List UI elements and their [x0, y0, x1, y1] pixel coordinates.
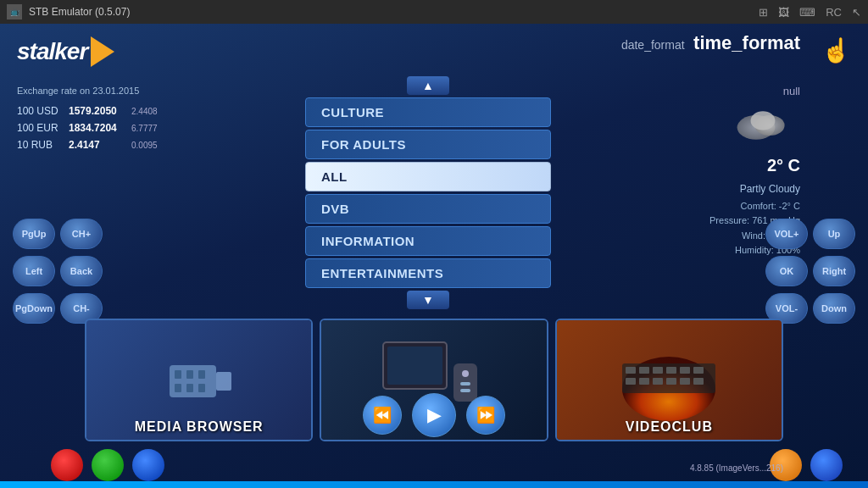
- date-format-label: date_format: [621, 38, 685, 52]
- svg-rect-29: [680, 378, 690, 385]
- usb-icon: [161, 348, 237, 412]
- weather-cloud-icon: [732, 101, 800, 143]
- forward-button[interactable]: ⏩: [466, 396, 505, 435]
- vol-plus-button[interactable]: VOL+: [765, 219, 808, 249]
- cursor-icon: ↖: [852, 6, 861, 19]
- exchange-row-usd: 100 USD 1579.2050 2.4408: [17, 103, 158, 119]
- ch-plus-button[interactable]: CH+: [60, 219, 103, 249]
- svg-rect-21: [653, 367, 663, 374]
- ok-button[interactable]: OK: [765, 256, 808, 286]
- version-text: 4.8.85 (ImageVers...216): [690, 463, 783, 473]
- logo-text: stalker: [17, 38, 87, 65]
- titlebar: 📺 STB Emulator (0.5.07) ⊞ 🖼 ⌨ RC ↖: [0, 0, 868, 24]
- keyboard-icon[interactable]: ⌨: [799, 6, 815, 19]
- down-button[interactable]: Down: [813, 293, 855, 324]
- nav-left: PgUp CH+ Left Back PgDown CH-: [13, 219, 103, 324]
- datetime-display: date_format time_format: [621, 32, 800, 54]
- svg-rect-24: [693, 367, 704, 374]
- channel-item-culture[interactable]: CULTURE: [305, 97, 551, 127]
- nav-left-row2: Left Back: [13, 256, 103, 286]
- thumbnail-media-browser-label: MEDIA BROWSER: [86, 419, 311, 435]
- exchange-curr-eur: 100 EUR: [17, 119, 64, 136]
- weather-comfort: Comfort: -2° C: [631, 199, 800, 214]
- exchange-val-usd: 1579.2050: [69, 103, 126, 119]
- weather-description: Partly Cloudy: [631, 180, 800, 199]
- channel-down-button[interactable]: ▼: [407, 291, 449, 309]
- time-format-label: time_format: [693, 32, 800, 53]
- nav-left-row1: PgUp CH+: [13, 219, 103, 249]
- svg-rect-22: [666, 367, 676, 374]
- channel-item-foradults[interactable]: FOR ADULTS: [305, 130, 551, 159]
- thumbnail-videoclub-label: VIDEOCLUB: [557, 419, 782, 435]
- svg-point-14: [462, 370, 469, 377]
- svg-rect-9: [186, 384, 193, 392]
- exchange-curr-usd: 100 USD: [17, 103, 64, 119]
- main-content: stalker date_format time_format ☝ Exchan…: [0, 24, 868, 488]
- channel-item-information[interactable]: INFORMATION: [305, 226, 551, 256]
- svg-rect-10: [198, 384, 205, 392]
- playback-controls: ⏪ ▶ ⏩: [322, 393, 546, 437]
- svg-point-2: [751, 112, 776, 130]
- exchange-row-rub: 10 RUB 2.4147 0.0095: [17, 136, 158, 153]
- exchange-val-rub: 2.4147: [69, 136, 126, 153]
- exchange-rates: Exchange rate on 23.01.2015 100 USD 1579…: [17, 83, 158, 154]
- color-buttons: [51, 449, 164, 481]
- nav-right-row1: VOL+ Up: [765, 219, 855, 249]
- blue-button[interactable]: [132, 449, 164, 481]
- channel-up-button[interactable]: ▲: [407, 76, 449, 95]
- svg-rect-30: [693, 378, 704, 385]
- app-icon: 📺: [7, 4, 22, 19]
- app-title: STB Emulator (0.5.07): [29, 6, 130, 18]
- svg-rect-8: [175, 384, 181, 392]
- svg-rect-27: [653, 378, 663, 385]
- nav-right: VOL+ Up OK Right VOL- Down: [765, 219, 855, 324]
- svg-rect-12: [387, 347, 442, 385]
- rewind-button[interactable]: ⏪: [363, 396, 402, 435]
- pgup-button[interactable]: PgUp: [13, 219, 55, 249]
- red-button[interactable]: [51, 449, 83, 481]
- header: stalker date_format time_format ☝: [0, 24, 868, 79]
- weather-null-label: null: [631, 81, 800, 101]
- svg-rect-26: [639, 378, 649, 385]
- logo-arrow-icon: [91, 36, 114, 67]
- green-button[interactable]: [92, 449, 124, 481]
- dark-blue-button[interactable]: [810, 449, 843, 481]
- svg-rect-25: [626, 378, 636, 385]
- channel-arrow-down[interactable]: ▼: [305, 291, 551, 309]
- image-icon[interactable]: 🖼: [778, 6, 789, 19]
- exchange-title: Exchange rate on 23.01.2015: [17, 83, 158, 99]
- rc-label[interactable]: RC: [826, 6, 842, 19]
- svg-rect-23: [680, 367, 690, 374]
- exchange-delta-rub: 0.0095: [131, 138, 158, 152]
- svg-rect-5: [175, 370, 181, 379]
- thumbnail-media-browser[interactable]: MEDIA BROWSER: [85, 319, 313, 441]
- right-button[interactable]: Right: [813, 256, 855, 286]
- svg-rect-15: [460, 382, 470, 385]
- version-info: 4.8.85 (ImageVers...216): [690, 463, 783, 473]
- exchange-delta-usd: 2.4408: [131, 104, 158, 119]
- weather-temp: 2° C: [631, 150, 800, 180]
- up-button[interactable]: Up: [813, 219, 855, 249]
- pgdown-button[interactable]: PgDown: [13, 293, 55, 324]
- exchange-val-eur: 1834.7204: [69, 119, 126, 136]
- back-button[interactable]: Back: [60, 256, 103, 286]
- settings-icon[interactable]: ⊞: [759, 6, 768, 19]
- exchange-delta-eur: 6.7777: [131, 121, 158, 136]
- channel-item-entertainments[interactable]: ENTERTAINMENTS: [305, 258, 551, 288]
- channel-item-dvb[interactable]: DVB: [305, 194, 551, 224]
- bottom-bar: [0, 481, 868, 488]
- channel-list: ▲ CULTURE FOR ADULTS ALL DVB INFORMATION…: [305, 76, 551, 309]
- exchange-curr-rub: 10 RUB: [17, 136, 64, 153]
- exchange-row-eur: 100 EUR 1834.7204 6.7777: [17, 119, 158, 136]
- left-button[interactable]: Left: [13, 256, 55, 286]
- play-button[interactable]: ▶: [412, 393, 456, 437]
- svg-rect-6: [186, 370, 193, 379]
- film-icon: [614, 338, 724, 423]
- svg-rect-16: [460, 389, 470, 392]
- thumbnail-videoclub[interactable]: VIDEOCLUB: [555, 319, 783, 441]
- channel-arrow-up[interactable]: ▲: [305, 76, 551, 95]
- channel-item-all[interactable]: ALL: [305, 162, 551, 191]
- nav-right-row2: OK Right: [765, 256, 855, 286]
- svg-rect-28: [666, 378, 676, 385]
- svg-rect-3: [170, 365, 216, 397]
